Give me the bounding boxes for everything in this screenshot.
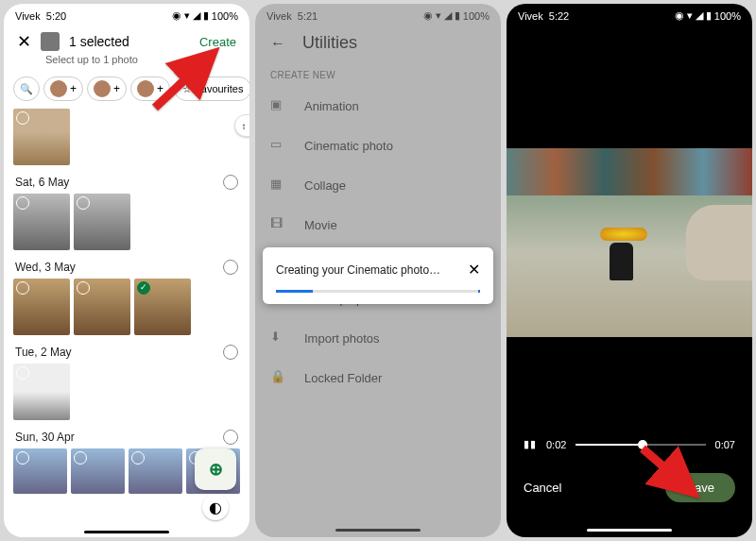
photo-thumb[interactable] [13,279,70,335]
plus-icon: + [113,82,120,95]
fab-zoom[interactable]: ⊕ [195,448,236,490]
search-chip[interactable]: 🔍 [13,76,40,101]
battery-text: 100% [714,10,741,22]
search-icon: 🔍 [20,83,33,95]
nav-gesture-bar [84,531,169,533]
video-preview-area [507,24,752,423]
select-all-circle[interactable] [223,345,238,360]
wifi-icon: ▾ [687,9,693,22]
status-user: Vivek [518,10,543,22]
battery-text: 100% [212,10,238,22]
date-header: Sat, 6 May [15,176,69,189]
status-bar: Vivek 5:20 ◉ ▾ ◢ ▮ 100% [4,4,249,24]
plus-icon: + [70,82,77,95]
nav-gesture-bar [587,529,672,532]
face-chip-2[interactable]: + [87,76,127,101]
svg-line-1 [643,448,694,493]
zoom-in-icon: ⊕ [209,459,223,480]
status-time: 5:22 [549,10,569,22]
eye-icon: ◉ [675,9,684,22]
select-all-circle[interactable] [223,430,238,445]
battery-icon: ▮ [203,9,209,22]
photo-thumb[interactable] [13,448,67,494]
cancel-button[interactable]: Cancel [524,481,561,495]
close-icon[interactable]: ✕ [17,31,31,52]
photo-thumb-selected[interactable] [134,279,191,335]
photo-thumb[interactable] [129,448,182,494]
annotation-arrow-save [635,441,711,511]
face-chip-1[interactable]: + [43,76,83,101]
playback-controls: ▮▮ 0:02 0:07 Cancel Save [507,423,752,529]
signal-icon: ◢ [696,9,703,22]
photo-thumb[interactable] [71,448,125,494]
photo-thumb[interactable] [13,109,70,165]
date-header: Wed, 3 May [15,261,76,274]
current-time: 0:02 [546,439,566,450]
photo-thumb[interactable] [74,194,130,250]
date-header: Sun, 30 Apr [15,431,75,444]
status-user: Vivek [15,10,41,22]
close-icon[interactable]: ✕ [468,261,480,279]
selected-thumb [41,32,60,51]
svg-line-0 [155,53,214,108]
scene-garland [600,228,647,241]
wifi-icon: ▾ [184,9,190,22]
eye-icon: ◉ [172,9,181,22]
photo-thumb[interactable] [13,194,70,250]
signal-icon: ◢ [193,9,200,22]
progress-toast: Creating your Cinematic photo… ✕ [263,247,493,304]
progress-bar [276,290,480,293]
photo-thumb[interactable] [13,363,70,420]
fab-group: ⊕ ◐ [195,448,236,520]
scene-shrine [610,243,633,280]
scene-object [686,205,752,280]
video-frame[interactable] [507,148,752,337]
annotation-arrow-create [146,42,231,121]
scene-people [507,148,752,195]
pause-icon[interactable]: ▮▮ [524,438,537,450]
avatar [50,80,67,97]
duration: 0:07 [715,439,735,450]
toast-message: Creating your Cinematic photo… [276,263,440,277]
avatar [94,80,111,97]
phone-3-cinematic-preview: Vivek 5:22 ◉ ▾ ◢ ▮ 100% ▮▮ 0:02 0:07 Can… [507,4,752,537]
select-all-circle[interactable] [223,260,238,275]
battery-icon: ▮ [706,9,712,22]
status-bar: Vivek 5:22 ◉ ▾ ◢ ▮ 100% [507,4,752,24]
phone-2-utilities: Vivek 5:21 ◉ ▾ ◢ ▮ 100% ← Utilities CREA… [255,4,501,537]
status-time: 5:20 [46,10,66,22]
phone-1-photo-picker: Vivek 5:20 ◉ ▾ ◢ ▮ 100% ✕ 1 selected Cre… [4,4,249,537]
photo-thumb[interactable] [74,279,130,335]
lens-icon: ◐ [209,499,222,516]
select-all-circle[interactable] [223,175,238,190]
date-header: Tue, 2 May [15,346,72,359]
fab-secondary[interactable]: ◐ [202,494,229,520]
